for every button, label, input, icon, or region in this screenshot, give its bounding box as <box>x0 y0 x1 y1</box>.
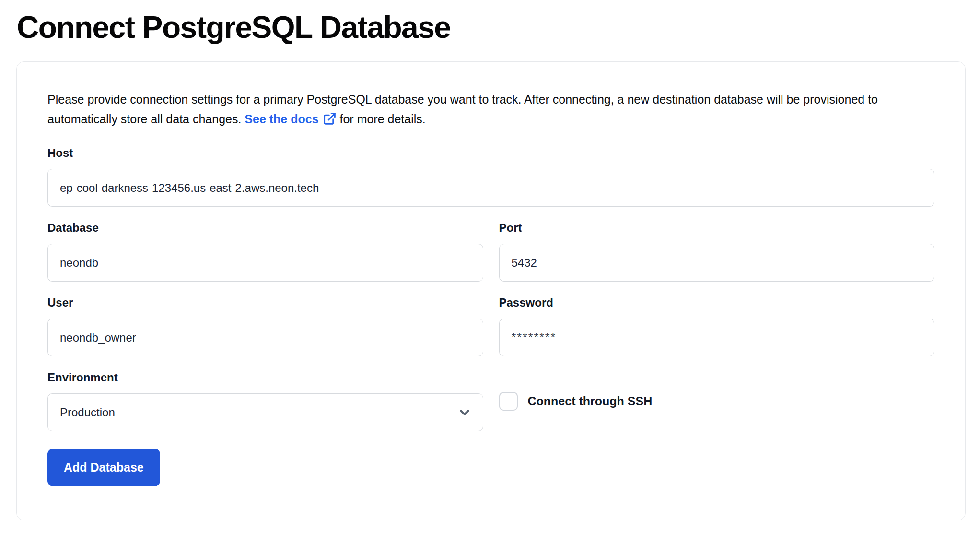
password-field-group: Password <box>499 296 935 356</box>
database-field-group: Database <box>47 221 483 282</box>
user-input[interactable] <box>47 319 483 356</box>
connection-form-card: Please provide connection settings for a… <box>16 61 966 520</box>
form-description: Please provide connection settings for a… <box>47 90 934 129</box>
environment-select-wrap: Production <box>47 393 483 431</box>
user-password-row: User Password <box>47 296 934 356</box>
connect-database-page: Connect PostgreSQL Database Please provi… <box>0 0 980 544</box>
host-label: Host <box>47 146 934 159</box>
database-port-row: Database Port <box>47 221 934 282</box>
port-label: Port <box>499 221 935 234</box>
host-input[interactable] <box>47 169 934 207</box>
password-label: Password <box>499 296 935 309</box>
connect-through-ssh-checkbox[interactable] <box>499 392 518 411</box>
password-input[interactable] <box>499 319 935 356</box>
ssh-option-row: Connect through SSH <box>499 392 935 411</box>
doc-link-label: See the docs <box>245 112 318 126</box>
user-label: User <box>47 296 483 309</box>
database-label: Database <box>47 221 483 234</box>
host-field-group: Host <box>47 146 934 207</box>
environment-field-group: Environment Production <box>47 371 483 431</box>
port-input[interactable] <box>499 244 935 282</box>
description-text-start: Please provide connection settings for a… <box>47 93 878 126</box>
add-database-button[interactable]: Add Database <box>47 449 160 486</box>
description-text-end: for more details. <box>337 112 426 126</box>
environment-ssh-row: Environment Production Connect through S… <box>47 371 934 431</box>
page-title: Connect PostgreSQL Database <box>17 10 966 45</box>
environment-label: Environment <box>47 371 483 384</box>
see-the-docs-link[interactable]: See the docs <box>245 112 336 126</box>
connect-through-ssh-label: Connect through SSH <box>528 394 653 408</box>
external-link-icon <box>323 112 337 126</box>
database-input[interactable] <box>47 244 483 282</box>
user-field-group: User <box>47 296 483 356</box>
port-field-group: Port <box>499 221 935 282</box>
environment-select[interactable]: Production <box>47 393 483 431</box>
